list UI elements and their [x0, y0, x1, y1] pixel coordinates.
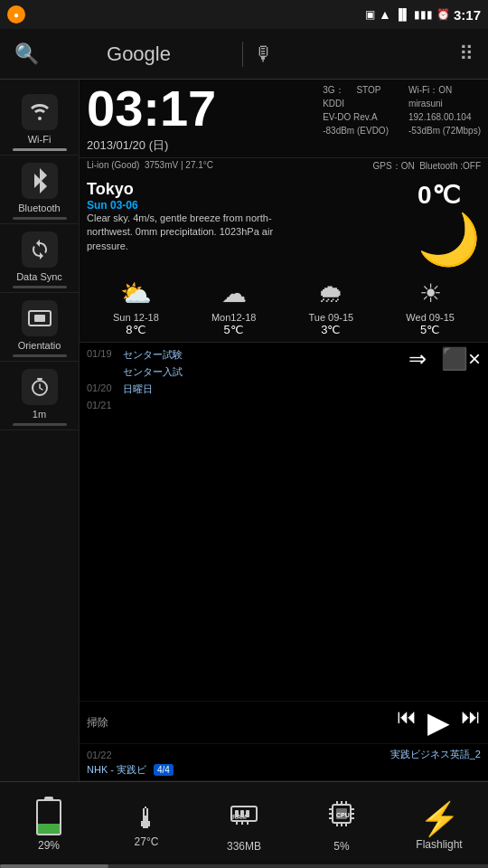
forecast-row: ⛅ Sun 12-18 8℃ ☁ Mon12-18 5℃ 🌧 Tue 09-15… [87, 275, 481, 336]
clock-row: 03:17 2013/01/20 (日) 3G： STOP KDDI EV-DO… [80, 80, 488, 158]
forecast-icon-3: ☀ [419, 278, 442, 308]
ram-icon: RAM [228, 797, 260, 836]
media-title-text: 実践ビジネス英語_2 [390, 748, 481, 761]
scrollbar-track [0, 864, 488, 868]
fast-forward-button[interactable]: ⏭ [461, 705, 481, 740]
sidebar-datasync-indicator [13, 286, 67, 288]
media-clean-label: 掃除 [87, 715, 397, 731]
bluetooth-icon [22, 163, 58, 199]
scrollbar-thumb[interactable] [0, 864, 108, 868]
bottom-widget-bar: 29% 🌡 27°C RAM 336MB [0, 781, 488, 868]
forecast-1: ☁ Mon12-18 5℃ [211, 275, 257, 336]
schedule-nav-buttons: ⇒ ⬛× [408, 346, 481, 372]
forecast-day-1: Mon12-18 [211, 312, 257, 323]
flashlight-widget[interactable]: ⚡ Flashlight [390, 800, 488, 851]
flashlight-icon: ⚡ [419, 800, 460, 838]
play-button[interactable]: ▶ [427, 705, 450, 740]
weather-moon-icon: 🌙 [418, 210, 481, 269]
battery-status-icon: ▮▮▮ [414, 8, 433, 21]
sidebar-orientation-indicator [13, 354, 67, 357]
ip-label: 192.168.00.104 [408, 110, 481, 124]
media-badge: 4/4 [154, 764, 174, 776]
forecast-0: ⛅ Sun 12-18 8℃ [113, 275, 159, 336]
flashlight-label: Flashlight [416, 838, 462, 851]
nav-arrow-icon[interactable]: ⇒ [408, 346, 427, 372]
forecast-day-0: Sun 12-18 [113, 312, 159, 323]
forecast-icon-2: 🌧 [318, 278, 343, 308]
forecast-3: ☀ Wed 09-15 5℃ [406, 275, 455, 336]
google-logo: Google [46, 42, 231, 66]
rewind-button[interactable]: ⏮ [397, 705, 417, 740]
apps-grid-icon[interactable]: ⠿ [459, 42, 474, 66]
status-bar: ● ▣ ▲ ▐▌ ▮▮▮ ⏰ 3:17 [0, 0, 488, 29]
timer-icon [22, 369, 58, 405]
weather-left: Tokyo Sun 03-06 Clear sky. 4m/s, gentle … [87, 180, 313, 253]
date-display: 2013/01/20 (日) [87, 137, 223, 154]
forecast-icon-1: ☁ [221, 278, 247, 308]
search-divider [242, 42, 243, 67]
schedule-text-0: センター試験 [123, 348, 183, 362]
battery-fill [38, 824, 60, 833]
sidebar-item-datasync[interactable]: Data Sync [0, 224, 79, 293]
battery-icon [36, 799, 61, 835]
cpu-label: 5% [333, 840, 349, 853]
battery-gps-row: Li-ion (Good) 3753mV | 27.1°C GPS：ON Blu… [80, 158, 488, 175]
schedule-row-1: センター入試 [87, 363, 183, 381]
signal-evdo-label: -83dBm (EVDO) [323, 124, 389, 137]
sidebar-item-wifi[interactable]: Wi-Fi [0, 87, 79, 156]
temperature-widget[interactable]: 🌡 27°C [98, 802, 195, 848]
network-col: 3G： STOP KDDI EV-DO Rev.A -83dBm (EVDO) [323, 83, 389, 137]
svg-rect-1 [34, 315, 45, 322]
sim-icon: ▣ [365, 8, 375, 21]
battery-label: 29% [38, 839, 60, 852]
schedule-row-2: 01/20 日曜日 [87, 381, 183, 398]
weather-temperature: 0℃ [418, 180, 481, 210]
playback-buttons: ⏮ ▶ ⏭ [397, 705, 481, 740]
sidebar-timer-label: 1m [33, 409, 46, 420]
carrier-label: KDDI [323, 97, 389, 110]
sidebar-item-bluetooth[interactable]: Bluetooth [0, 156, 79, 224]
wifi-col: Wi-Fi：ON mirasuni 192.168.00.104 -53dBm … [408, 83, 481, 137]
cpu-widget[interactable]: CPU 5% [293, 797, 390, 853]
sidebar-item-timer[interactable]: 1m [0, 362, 79, 430]
forecast-temp-1: 5℃ [224, 323, 244, 336]
status-left: ● [7, 5, 25, 24]
svg-rect-3 [37, 378, 42, 380]
search-bar[interactable]: 🔍 Google 🎙 ⠿ [0, 29, 488, 80]
alarm-icon: ⏰ [436, 8, 450, 21]
ssid-label: mirasuni [408, 97, 481, 110]
signal-wifi-label: -53dBm (72Mbps) [408, 124, 481, 137]
datasync-icon [22, 231, 58, 268]
main-content: Wi-Fi Bluetooth Data Sync Orientatio [0, 80, 488, 781]
battery-info: Li-ion (Good) 3753mV | 27.1°C [87, 160, 213, 173]
sidebar-item-orientation[interactable]: Orientatio [0, 293, 79, 362]
network-label: 3G： STOP [323, 83, 389, 97]
sidebar-orientation-label: Orientatio [18, 340, 61, 351]
nav-mix-icon[interactable]: ⬛× [441, 346, 481, 372]
schedule-date-3: 01/21 [87, 400, 123, 410]
wifi-status-icon: ▲ [379, 7, 391, 22]
search-icon[interactable]: 🔍 [14, 42, 39, 66]
sidebar-datasync-label: Data Sync [16, 271, 62, 282]
schedule-list: 01/19 センター試験 センター入試 01/20 日曜日 01/21 [87, 346, 183, 412]
forecast-icon-0: ⛅ [120, 278, 152, 308]
sidebar: Wi-Fi Bluetooth Data Sync Orientatio [0, 80, 80, 781]
weather-description: Clear sky. 4m/s, gentle breeze from nort… [87, 212, 313, 253]
clock-display: 03:17 [87, 83, 216, 134]
forecast-day-2: Tue 09-15 [309, 312, 354, 323]
mic-icon[interactable]: 🎙 [254, 42, 274, 66]
weather-date: Sun 03-06 [87, 199, 313, 212]
schedule-text-1: センター入試 [123, 365, 183, 379]
ram-widget[interactable]: RAM 336MB [195, 797, 293, 853]
schedule-row-3: 01/21 [87, 398, 183, 412]
media-control-row: 掃除 ⏮ ▶ ⏭ [80, 702, 488, 744]
weather-city: Tokyo [87, 180, 313, 199]
sidebar-wifi-label: Wi-Fi [28, 134, 52, 145]
svg-text:CPU: CPU [336, 812, 350, 818]
forecast-temp-2: 3℃ [321, 323, 341, 336]
media-subtitle: NHK - 実践ビ [87, 763, 146, 777]
battery-widget[interactable]: 29% [0, 799, 98, 852]
status-right: ▣ ▲ ▐▌ ▮▮▮ ⏰ 3:17 [365, 7, 481, 23]
thermometer-icon: 🌡 [132, 802, 161, 835]
sidebar-timer-indicator [13, 423, 67, 426]
